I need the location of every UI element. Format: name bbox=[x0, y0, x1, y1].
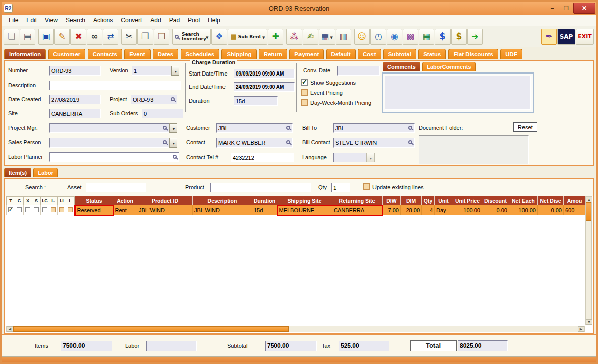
cell-net-each[interactable]: 100.00 bbox=[509, 205, 538, 215]
delete-button[interactable]: ✖ bbox=[70, 29, 86, 45]
paste-button[interactable]: ❒ bbox=[154, 29, 169, 45]
customer-search-icon[interactable] bbox=[286, 126, 290, 130]
clock-button[interactable]: ◷ bbox=[370, 29, 386, 45]
cell-unit-price[interactable]: 100.00 bbox=[453, 205, 482, 215]
col-unit[interactable]: Unit bbox=[435, 197, 453, 205]
col-ic[interactable]: I.C bbox=[41, 197, 49, 205]
row-flag-ic[interactable] bbox=[42, 207, 47, 212]
edit-button[interactable]: ✎ bbox=[54, 29, 70, 45]
row-flag-l[interactable] bbox=[68, 207, 73, 212]
disk-button[interactable]: ◉ bbox=[387, 29, 402, 45]
document-folder-box[interactable] bbox=[419, 135, 529, 164]
asset-input[interactable] bbox=[86, 183, 146, 192]
reset-button[interactable]: Reset bbox=[513, 122, 537, 132]
menu-help[interactable]: Help bbox=[204, 16, 225, 25]
duration-field[interactable]: 15d bbox=[234, 96, 278, 106]
print-labels-button[interactable]: ▥ bbox=[336, 29, 351, 45]
col-unit-price[interactable]: Unit Price bbox=[453, 197, 482, 205]
menu-convert[interactable]: Convert bbox=[117, 16, 146, 25]
horizontal-scroll-thumb[interactable] bbox=[13, 326, 289, 332]
col-c[interactable]: C bbox=[15, 197, 24, 205]
col-l[interactable]: L bbox=[66, 197, 75, 205]
row-flag-c[interactable] bbox=[17, 207, 22, 212]
description-field[interactable] bbox=[49, 81, 181, 90]
col-discount[interactable]: Discount bbox=[482, 197, 509, 205]
col-net-each[interactable]: Net Each bbox=[509, 197, 538, 205]
product-input[interactable] bbox=[210, 183, 311, 192]
sales-person-search-icon[interactable] bbox=[163, 140, 167, 144]
tab-schedules[interactable]: Schedules bbox=[181, 49, 220, 59]
col-net-disc[interactable]: Net Disc bbox=[538, 197, 564, 205]
cell-unit[interactable]: Day bbox=[435, 205, 453, 215]
date-created-field[interactable]: 27/08/2019 bbox=[49, 95, 101, 104]
edit-note-button[interactable]: ✍ bbox=[303, 29, 318, 45]
sales-person-dropdown[interactable] bbox=[169, 138, 177, 148]
bill-to-field[interactable]: JBL bbox=[333, 123, 415, 133]
tab-event[interactable]: Event bbox=[124, 49, 150, 59]
project-field[interactable]: ORD-93 bbox=[131, 95, 177, 104]
dollar-button[interactable]: $ bbox=[435, 29, 451, 45]
contact-field[interactable]: MARK C WEBBER bbox=[216, 138, 293, 148]
language-field[interactable] bbox=[333, 153, 366, 162]
close-button[interactable] bbox=[573, 3, 595, 14]
tab-items[interactable]: Item(s) bbox=[4, 168, 31, 177]
cell-status[interactable]: Reserved bbox=[75, 205, 113, 215]
contact-search-icon[interactable] bbox=[286, 140, 290, 144]
col-diw[interactable]: DIW bbox=[383, 197, 401, 205]
row-flag-t[interactable] bbox=[8, 207, 13, 212]
vertical-scroll-thumb[interactable] bbox=[586, 202, 591, 221]
sub-rent-button[interactable]: ▦ Sub Rent bbox=[228, 29, 267, 45]
cube-button[interactable]: ▩ bbox=[403, 29, 418, 45]
tab-udf[interactable]: UDF bbox=[500, 49, 522, 59]
bill-contact-field[interactable]: STEVE C IRWIN bbox=[333, 138, 415, 148]
col-t[interactable]: T bbox=[7, 197, 15, 205]
row-flag-x[interactable] bbox=[25, 207, 30, 212]
search-inventory-button[interactable]: Search Inventory bbox=[172, 29, 211, 45]
add-button[interactable]: ✚ bbox=[268, 29, 283, 45]
cell-shipping-site[interactable]: MELBOURNE bbox=[277, 205, 332, 215]
bill-contact-search-icon[interactable] bbox=[408, 140, 412, 144]
tab-flat-discounts[interactable]: Flat Discounts bbox=[448, 49, 498, 59]
cell-amount[interactable]: 600 bbox=[564, 205, 586, 215]
tab-dates[interactable]: Dates bbox=[153, 49, 178, 59]
tab-information[interactable]: Information bbox=[4, 49, 46, 59]
tab-labor[interactable]: Labor bbox=[33, 168, 58, 177]
cell-description[interactable]: JBL WIND bbox=[193, 205, 252, 215]
col-description[interactable]: Description bbox=[193, 197, 252, 205]
col-status[interactable]: Status bbox=[75, 197, 113, 205]
col-ii[interactable]: I.I bbox=[58, 197, 66, 205]
cell-net-disc[interactable]: 0.00 bbox=[538, 205, 564, 215]
col-i2[interactable]: I.. bbox=[49, 197, 58, 205]
menu-pad[interactable]: Pad bbox=[165, 16, 184, 25]
quill-button[interactable]: ✒ bbox=[541, 29, 557, 45]
convert-button[interactable]: ⇄ bbox=[103, 29, 118, 45]
contact-tel-field[interactable]: 4232212 bbox=[231, 153, 294, 162]
col-duration[interactable]: Duration bbox=[252, 197, 277, 205]
col-returning-site[interactable]: Returning Site bbox=[332, 197, 383, 205]
menu-file[interactable]: File bbox=[5, 16, 22, 25]
search-inventory-dropdown-icon[interactable] bbox=[206, 33, 208, 40]
version-field[interactable]: 1 bbox=[132, 66, 171, 76]
cell-product-id[interactable]: JBL WIND bbox=[137, 205, 193, 215]
row-flag-s[interactable] bbox=[34, 207, 39, 212]
col-amount[interactable]: Amou bbox=[564, 197, 586, 205]
smiley-button[interactable]: ☺ bbox=[354, 29, 370, 45]
tab-comments[interactable]: Comments bbox=[383, 62, 420, 71]
bill-to-search-icon[interactable] bbox=[408, 126, 412, 130]
version-dropdown[interactable] bbox=[171, 66, 179, 76]
project-mgr-dropdown[interactable] bbox=[169, 123, 177, 133]
col-shipping-site[interactable]: Shipping Site bbox=[277, 197, 332, 205]
scroll-right-icon[interactable]: ▶ bbox=[578, 326, 584, 332]
scroll-left-icon[interactable]: ◀ bbox=[7, 326, 13, 332]
tab-customer[interactable]: Customer bbox=[48, 49, 86, 59]
sap-button[interactable]: SAP bbox=[557, 29, 575, 45]
save-button[interactable]: ▣ bbox=[38, 29, 54, 45]
col-qty[interactable]: Qty bbox=[422, 197, 435, 205]
grid-dropdown-icon[interactable] bbox=[330, 33, 332, 40]
copy-button[interactable]: ❐ bbox=[137, 29, 153, 45]
tab-status[interactable]: Status bbox=[418, 49, 446, 59]
sheet-edit-button[interactable]: ▦ bbox=[419, 29, 434, 45]
new-document-button[interactable]: ❏ bbox=[4, 29, 19, 45]
cell-qty[interactable]: 4 bbox=[422, 205, 435, 215]
colors-button[interactable]: ⁂ bbox=[286, 29, 302, 45]
